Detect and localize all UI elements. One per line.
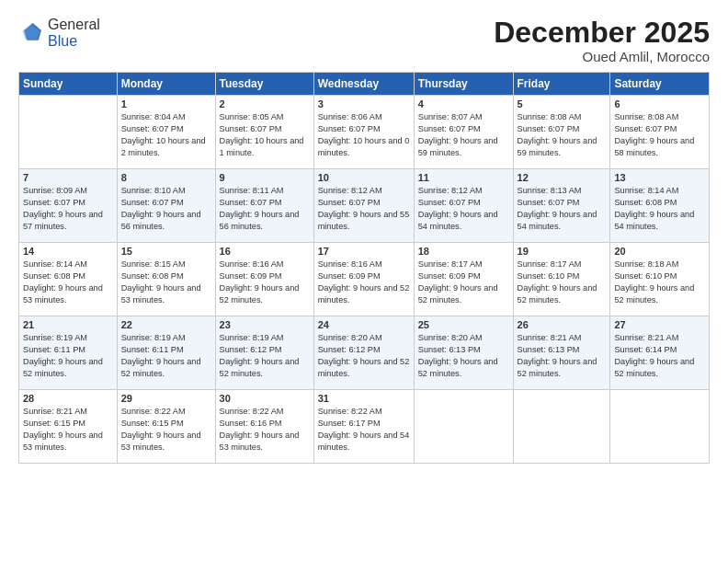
day-number: 27 xyxy=(614,319,705,330)
day-info: Sunrise: 8:08 AMSunset: 6:07 PMDaylight:… xyxy=(518,111,607,159)
day-number: 6 xyxy=(614,98,705,109)
calendar-cell: 19 Sunrise: 8:17 AMSunset: 6:10 PMDaylig… xyxy=(513,243,610,316)
day-info: Sunrise: 8:09 AMSunset: 6:07 PMDaylight:… xyxy=(23,185,113,233)
day-info: Sunrise: 8:17 AMSunset: 6:09 PMDaylight:… xyxy=(418,259,509,306)
calendar-table: SundayMondayTuesdayWednesdayThursdayFrid… xyxy=(18,72,710,464)
day-number: 21 xyxy=(23,319,113,330)
day-info: Sunrise: 8:19 AMSunset: 6:11 PMDaylight:… xyxy=(23,332,113,380)
page-header: General Blue December 2025 Oued Amlil, M… xyxy=(18,17,710,64)
calendar-cell: 1 Sunrise: 8:04 AMSunset: 6:07 PMDayligh… xyxy=(117,96,215,169)
day-number: 19 xyxy=(518,246,607,257)
day-number: 12 xyxy=(518,172,607,183)
calendar-cell: 4 Sunrise: 8:07 AMSunset: 6:07 PMDayligh… xyxy=(414,96,513,169)
day-number: 28 xyxy=(23,393,113,404)
calendar-cell: 8 Sunrise: 8:10 AMSunset: 6:07 PMDayligh… xyxy=(117,169,215,243)
day-info: Sunrise: 8:07 AMSunset: 6:07 PMDaylight:… xyxy=(418,111,509,159)
calendar-cell: 31 Sunrise: 8:22 AMSunset: 6:17 PMDaylig… xyxy=(313,390,414,464)
calendar-cell xyxy=(19,96,118,169)
day-info: Sunrise: 8:16 AMSunset: 6:09 PMDaylight:… xyxy=(318,259,410,306)
day-number: 13 xyxy=(614,172,705,183)
calendar-cell: 24 Sunrise: 8:20 AMSunset: 6:12 PMDaylig… xyxy=(313,316,414,390)
calendar-cell: 20 Sunrise: 8:18 AMSunset: 6:10 PMDaylig… xyxy=(610,243,710,316)
calendar-cell: 15 Sunrise: 8:15 AMSunset: 6:08 PMDaylig… xyxy=(117,243,215,316)
day-info: Sunrise: 8:05 AMSunset: 6:07 PMDaylight:… xyxy=(220,111,310,159)
day-info: Sunrise: 8:16 AMSunset: 6:09 PMDaylight:… xyxy=(220,259,310,306)
day-info: Sunrise: 8:22 AMSunset: 6:15 PMDaylight:… xyxy=(121,406,211,454)
day-number: 31 xyxy=(318,393,410,404)
day-info: Sunrise: 8:12 AMSunset: 6:07 PMDaylight:… xyxy=(418,185,509,233)
calendar-cell: 6 Sunrise: 8:08 AMSunset: 6:07 PMDayligh… xyxy=(610,96,710,169)
calendar-cell: 28 Sunrise: 8:21 AMSunset: 6:15 PMDaylig… xyxy=(19,390,118,464)
title-block: December 2025 Oued Amlil, Morocco xyxy=(494,17,710,64)
day-info: Sunrise: 8:04 AMSunset: 6:07 PMDaylight:… xyxy=(121,111,211,159)
day-info: Sunrise: 8:19 AMSunset: 6:11 PMDaylight:… xyxy=(121,332,211,380)
day-info: Sunrise: 8:14 AMSunset: 6:08 PMDaylight:… xyxy=(23,259,113,306)
weekday-header-sunday: Sunday xyxy=(19,73,118,96)
logo-text: General Blue xyxy=(48,17,100,50)
calendar-cell xyxy=(610,390,710,464)
calendar-cell: 13 Sunrise: 8:14 AMSunset: 6:08 PMDaylig… xyxy=(610,169,710,243)
month-title: December 2025 xyxy=(494,17,710,49)
day-number: 20 xyxy=(614,246,705,257)
day-info: Sunrise: 8:19 AMSunset: 6:12 PMDaylight:… xyxy=(220,332,310,380)
calendar-cell: 5 Sunrise: 8:08 AMSunset: 6:07 PMDayligh… xyxy=(513,96,610,169)
day-info: Sunrise: 8:21 AMSunset: 6:14 PMDaylight:… xyxy=(614,332,705,380)
weekday-header-wednesday: Wednesday xyxy=(313,73,414,96)
calendar-cell: 21 Sunrise: 8:19 AMSunset: 6:11 PMDaylig… xyxy=(19,316,118,390)
day-info: Sunrise: 8:22 AMSunset: 6:17 PMDaylight:… xyxy=(318,406,410,454)
weekday-header-thursday: Thursday xyxy=(414,73,513,96)
day-number: 18 xyxy=(418,246,509,257)
weekday-header-monday: Monday xyxy=(117,73,215,96)
day-info: Sunrise: 8:15 AMSunset: 6:08 PMDaylight:… xyxy=(121,259,211,306)
day-number: 17 xyxy=(318,246,410,257)
weekday-header-friday: Friday xyxy=(513,73,610,96)
day-info: Sunrise: 8:21 AMSunset: 6:13 PMDaylight:… xyxy=(518,332,607,380)
calendar-cell: 16 Sunrise: 8:16 AMSunset: 6:09 PMDaylig… xyxy=(215,243,313,316)
day-number: 7 xyxy=(23,172,113,183)
calendar-cell: 7 Sunrise: 8:09 AMSunset: 6:07 PMDayligh… xyxy=(19,169,118,243)
calendar-cell: 3 Sunrise: 8:06 AMSunset: 6:07 PMDayligh… xyxy=(313,96,414,169)
day-info: Sunrise: 8:10 AMSunset: 6:07 PMDaylight:… xyxy=(121,185,211,233)
calendar-week-1: 1 Sunrise: 8:04 AMSunset: 6:07 PMDayligh… xyxy=(19,96,710,169)
calendar-cell: 11 Sunrise: 8:12 AMSunset: 6:07 PMDaylig… xyxy=(414,169,513,243)
day-info: Sunrise: 8:20 AMSunset: 6:13 PMDaylight:… xyxy=(418,332,509,380)
calendar-cell: 22 Sunrise: 8:19 AMSunset: 6:11 PMDaylig… xyxy=(117,316,215,390)
day-number: 15 xyxy=(121,246,211,257)
calendar-cell: 29 Sunrise: 8:22 AMSunset: 6:15 PMDaylig… xyxy=(117,390,215,464)
calendar-cell: 27 Sunrise: 8:21 AMSunset: 6:14 PMDaylig… xyxy=(610,316,710,390)
calendar-cell: 2 Sunrise: 8:05 AMSunset: 6:07 PMDayligh… xyxy=(215,96,313,169)
svg-marker-1 xyxy=(23,25,40,40)
day-number: 22 xyxy=(121,319,211,330)
calendar-week-3: 14 Sunrise: 8:14 AMSunset: 6:08 PMDaylig… xyxy=(19,243,710,316)
calendar-cell: 10 Sunrise: 8:12 AMSunset: 6:07 PMDaylig… xyxy=(313,169,414,243)
day-number: 10 xyxy=(318,172,410,183)
calendar-cell: 12 Sunrise: 8:13 AMSunset: 6:07 PMDaylig… xyxy=(513,169,610,243)
day-info: Sunrise: 8:08 AMSunset: 6:07 PMDaylight:… xyxy=(614,111,705,159)
day-info: Sunrise: 8:13 AMSunset: 6:07 PMDaylight:… xyxy=(518,185,607,233)
calendar-cell: 14 Sunrise: 8:14 AMSunset: 6:08 PMDaylig… xyxy=(19,243,118,316)
calendar-cell: 17 Sunrise: 8:16 AMSunset: 6:09 PMDaylig… xyxy=(313,243,414,316)
calendar-week-2: 7 Sunrise: 8:09 AMSunset: 6:07 PMDayligh… xyxy=(19,169,710,243)
day-number: 3 xyxy=(318,98,410,109)
day-number: 8 xyxy=(121,172,211,183)
day-number: 14 xyxy=(23,246,113,257)
day-info: Sunrise: 8:20 AMSunset: 6:12 PMDaylight:… xyxy=(318,332,410,380)
day-number: 16 xyxy=(220,246,310,257)
logo-icon xyxy=(18,20,44,46)
day-number: 4 xyxy=(418,98,509,109)
weekday-header-saturday: Saturday xyxy=(610,73,710,96)
calendar-cell: 18 Sunrise: 8:17 AMSunset: 6:09 PMDaylig… xyxy=(414,243,513,316)
weekday-header-tuesday: Tuesday xyxy=(215,73,313,96)
day-number: 24 xyxy=(318,319,410,330)
day-info: Sunrise: 8:21 AMSunset: 6:15 PMDaylight:… xyxy=(23,406,113,454)
calendar-cell: 30 Sunrise: 8:22 AMSunset: 6:16 PMDaylig… xyxy=(215,390,313,464)
calendar-cell: 26 Sunrise: 8:21 AMSunset: 6:13 PMDaylig… xyxy=(513,316,610,390)
day-number: 2 xyxy=(220,98,310,109)
day-info: Sunrise: 8:17 AMSunset: 6:10 PMDaylight:… xyxy=(518,259,607,306)
day-number: 1 xyxy=(121,98,211,109)
day-number: 9 xyxy=(220,172,310,183)
calendar-cell xyxy=(414,390,513,464)
calendar-cell: 23 Sunrise: 8:19 AMSunset: 6:12 PMDaylig… xyxy=(215,316,313,390)
day-info: Sunrise: 8:18 AMSunset: 6:10 PMDaylight:… xyxy=(614,259,705,306)
weekday-header-row: SundayMondayTuesdayWednesdayThursdayFrid… xyxy=(19,73,710,96)
